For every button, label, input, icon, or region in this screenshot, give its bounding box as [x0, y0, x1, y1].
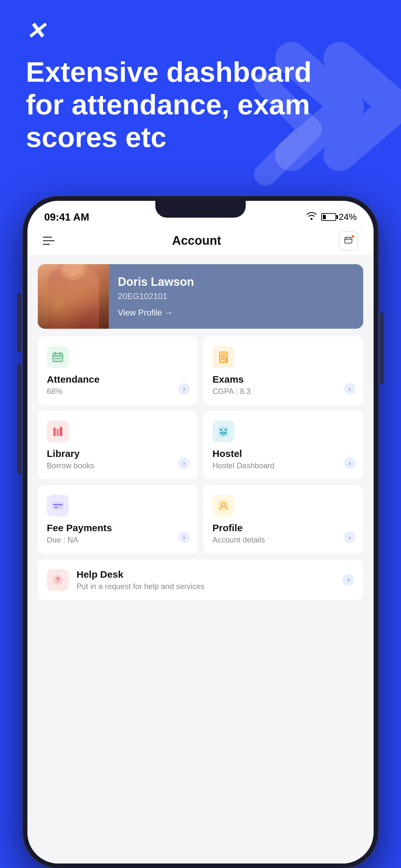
profile-arrow: ›: [344, 531, 356, 543]
promo-header: ✕ Extensive dashboard for attendance, ex…: [26, 20, 375, 154]
wifi-icon: [306, 212, 317, 222]
view-profile-button[interactable]: View Profile →: [118, 308, 354, 318]
hostel-icon-wrap: [212, 421, 235, 442]
battery-percent: 24%: [339, 212, 357, 222]
library-icon-wrap: [47, 421, 69, 442]
exam-icon: [218, 351, 229, 363]
exams-arrow: ›: [344, 383, 356, 395]
profile-photo: [38, 264, 109, 329]
phone-shell: 09:41 AM 24%: [23, 196, 378, 868]
status-icons: 24%: [306, 212, 357, 222]
svg-rect-13: [220, 429, 222, 431]
exams-icon-wrap: [212, 346, 235, 368]
exams-cgpa: CGPA : 8.3: [212, 387, 354, 396]
attendance-title: Attendance: [47, 374, 189, 385]
library-subtitle: Borrow books: [47, 461, 189, 470]
fee-arrow: ›: [178, 531, 190, 543]
promo-headline: Extensive dashboard for attendance, exam…: [26, 56, 375, 154]
svg-rect-14: [225, 429, 227, 431]
cards-row-3: Fee Payments Due : NA › Profile: [38, 485, 363, 554]
help-desk-card[interactable]: ? Help Desk Put in a request for help an…: [38, 559, 363, 600]
svg-rect-9: [53, 428, 56, 436]
svg-rect-18: [55, 507, 58, 508]
attendance-icon-wrap: [47, 346, 69, 368]
hostel-arrow: ›: [344, 457, 356, 469]
exams-card[interactable]: Exams CGPA : 8.3 ›: [204, 337, 363, 405]
person-icon: [218, 500, 229, 512]
app-header: Account: [27, 227, 374, 255]
question-icon: ?: [52, 574, 64, 586]
battery-indicator: 24%: [321, 212, 357, 222]
profile-card-title: Profile: [212, 523, 354, 533]
app-content: Doris Lawson 20EG102101 View Profile →: [27, 255, 374, 864]
svg-rect-12: [219, 427, 228, 436]
svg-rect-11: [60, 427, 62, 436]
hostel-subtitle: Hostel Dashboard: [212, 461, 354, 470]
svg-rect-17: [53, 502, 63, 509]
attendance-arrow: ›: [178, 383, 190, 395]
svg-rect-15: [220, 432, 222, 434]
hostel-title: Hostel: [212, 448, 354, 459]
library-title: Library: [47, 448, 189, 459]
notch: [155, 201, 246, 218]
help-desk-arrow: ›: [343, 574, 354, 585]
cards-row-1: Attendance 68% ›: [38, 337, 363, 405]
status-bar: 09:41 AM 24%: [27, 201, 374, 227]
books-icon: [52, 426, 64, 437]
fee-payments-title: Fee Payments: [47, 523, 189, 533]
library-arrow: ›: [178, 457, 190, 469]
svg-rect-10: [57, 429, 59, 436]
svg-rect-1: [53, 353, 63, 362]
phone-mockup: 09:41 AM 24%: [23, 196, 378, 868]
hamburger-menu[interactable]: [43, 237, 55, 245]
attendance-card[interactable]: Attendance 68% ›: [38, 337, 197, 405]
fee-payments-card[interactable]: Fee Payments Due : NA ›: [38, 485, 197, 554]
svg-rect-16: [225, 432, 227, 434]
profile-icon-wrap: [212, 495, 235, 517]
help-desk-title: Help Desk: [76, 569, 204, 580]
svg-point-3: [55, 358, 57, 359]
hostel-card[interactable]: Hostel Hostel Dashboard ›: [204, 411, 363, 479]
library-card[interactable]: Library Borrow books ›: [38, 411, 197, 479]
profile-card-subtitle: Account details: [212, 535, 354, 545]
profile-name: Doris Lawson: [118, 275, 354, 289]
status-time: 09:41 AM: [44, 211, 89, 223]
attendance-value: 68%: [47, 387, 189, 396]
fee-due: Due : NA: [47, 535, 189, 545]
battery-icon: [321, 213, 336, 221]
svg-rect-0: [345, 237, 352, 243]
profile-student-id: 20EG102101: [118, 291, 354, 301]
help-desk-info: Help Desk Put in a request for help and …: [76, 569, 204, 591]
fee-icon-wrap: [47, 495, 69, 517]
svg-text:?: ?: [56, 576, 60, 583]
phone-screen: 09:41 AM 24%: [27, 201, 374, 864]
card-icon: [52, 500, 64, 512]
svg-point-5: [59, 358, 60, 359]
notification-dot: [351, 235, 355, 238]
notification-button[interactable]: [339, 231, 358, 251]
building-icon: [218, 426, 229, 437]
cards-row-2: Library Borrow books ›: [38, 411, 363, 479]
profile-info: Doris Lawson 20EG102101 View Profile →: [109, 266, 363, 327]
svg-point-4: [57, 358, 58, 359]
exams-title: Exams: [212, 374, 354, 385]
app-logo: ✕: [26, 20, 375, 42]
calendar-icon: [52, 351, 64, 363]
help-desk-subtitle: Put in a request for help and services: [76, 582, 204, 591]
help-icon-wrap: ?: [47, 569, 69, 591]
page-title: Account: [172, 234, 221, 248]
profile-card[interactable]: Doris Lawson 20EG102101 View Profile →: [38, 264, 363, 329]
profile-account-card[interactable]: Profile Account details ›: [204, 485, 363, 554]
